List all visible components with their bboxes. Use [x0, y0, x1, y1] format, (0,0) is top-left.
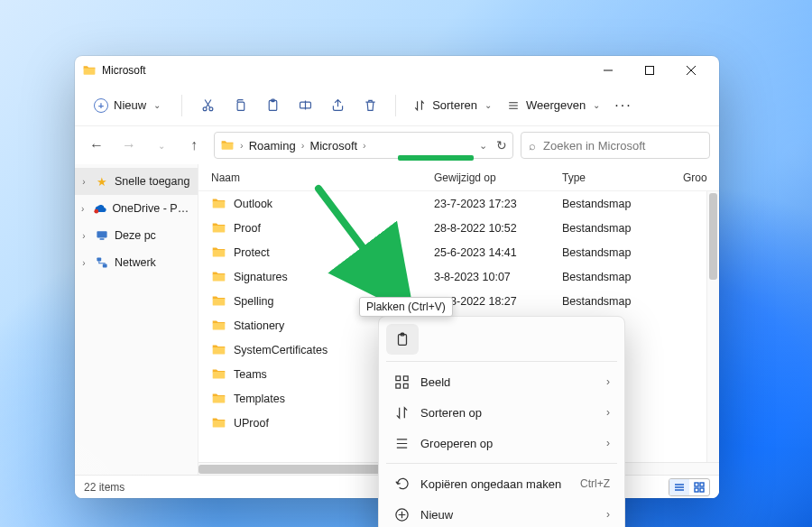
sort-button[interactable]: Sorteren ⌄ — [407, 91, 497, 120]
context-item-view[interactable]: Beeld › — [384, 366, 619, 397]
plus-circle-icon — [393, 506, 410, 522]
svg-rect-18 — [213, 299, 226, 306]
more-button[interactable]: ··· — [609, 97, 637, 114]
context-menu: Beeld › Sorteren op › Groeperen op › Kop… — [378, 316, 625, 527]
minimize-button[interactable] — [587, 56, 629, 85]
crumb-microsoft[interactable]: Microsoft — [309, 139, 357, 153]
sort-icon — [393, 404, 410, 421]
chevron-right-icon: › — [240, 140, 244, 151]
table-row[interactable]: Protect25-6-2023 14:41Bestandsmap — [198, 240, 719, 264]
pc-icon — [95, 228, 109, 243]
folder-icon — [211, 366, 226, 382]
view-toggle — [669, 478, 710, 496]
file-type: Bestandsmap — [562, 271, 683, 283]
sidebar-item-this-pc[interactable]: › Deze pc — [75, 222, 198, 249]
col-name[interactable]: Naam — [211, 171, 434, 184]
icons-view-button[interactable] — [689, 479, 709, 495]
back-button[interactable]: ← — [84, 133, 109, 158]
column-headers[interactable]: Naam Gewijzigd op Type Groo — [198, 164, 719, 191]
context-item-new[interactable]: Nieuw › — [384, 499, 619, 527]
context-paste-button[interactable] — [386, 324, 419, 355]
svg-rect-33 — [403, 384, 408, 388]
address-bar[interactable]: › Roaming › Microsoft › ⌄ ↻ — [214, 132, 513, 159]
view-label: Weergeven — [526, 98, 586, 112]
file-name: Protect — [234, 246, 270, 259]
divider — [395, 95, 396, 116]
copy-button[interactable] — [226, 91, 254, 120]
svg-rect-25 — [700, 483, 704, 486]
network-icon — [95, 255, 109, 270]
chevron-right-icon: › — [606, 437, 610, 449]
sidebar-item-quick-access[interactable]: › ★ Snelle toegang — [75, 168, 198, 195]
recent-chev[interactable]: ⌄ — [149, 133, 174, 158]
file-name: UProof — [234, 417, 269, 430]
file-name: Proof — [234, 222, 261, 235]
delete-button[interactable] — [355, 91, 384, 120]
vertical-scrollbar[interactable] — [706, 191, 719, 462]
file-date: 23-7-2023 17:23 — [434, 198, 562, 210]
context-item-sort[interactable]: Sorteren op › — [384, 397, 619, 428]
rename-button[interactable] — [291, 91, 319, 120]
svg-rect-4 — [237, 102, 245, 110]
scroll-thumb[interactable] — [709, 193, 717, 280]
svg-rect-32 — [395, 384, 400, 388]
file-name: Spelling — [234, 295, 273, 308]
col-type[interactable]: Type — [562, 171, 683, 184]
group-icon — [393, 435, 410, 451]
search-input[interactable]: ⌕ Zoeken in Microsoft — [521, 132, 710, 159]
svg-rect-13 — [103, 264, 107, 268]
col-size[interactable]: Groo — [683, 171, 719, 184]
toolbar: + Nieuw ⌄ Sorteren ⌄ Weergeven ⌄ ··· — [75, 85, 719, 126]
crumb-roaming[interactable]: Roaming — [249, 139, 296, 153]
details-view-button[interactable] — [669, 479, 689, 495]
divider — [386, 463, 617, 464]
svg-rect-22 — [213, 396, 226, 403]
chevron-right-icon: › — [78, 231, 89, 241]
close-button[interactable] — [670, 56, 712, 85]
sidebar-item-label: Deze pc — [115, 229, 156, 242]
file-type: Bestandsmap — [562, 222, 683, 235]
cut-button[interactable] — [193, 91, 222, 120]
table-row[interactable]: Outlook23-7-2023 17:23Bestandsmap — [198, 191, 719, 216]
context-item-label: Kopiëren ongedaan maken — [420, 477, 561, 491]
context-item-group[interactable]: Groeperen op › — [384, 428, 619, 458]
file-type: Bestandsmap — [562, 198, 683, 210]
view-button[interactable]: Weergeven ⌄ — [501, 91, 605, 120]
svg-rect-20 — [213, 347, 226, 355]
refresh-button[interactable]: ↻ — [496, 138, 507, 153]
up-button[interactable]: ↑ — [181, 133, 207, 158]
chevron-down-icon: ⌄ — [484, 100, 492, 110]
divider — [386, 361, 617, 362]
table-row[interactable]: Signatures3-8-2023 10:07Bestandsmap — [198, 264, 719, 289]
new-button[interactable]: + Nieuw ⌄ — [84, 91, 171, 120]
sidebar-item-onedrive[interactable]: › OneDrive - Personal — [75, 195, 198, 222]
folder-icon — [220, 138, 235, 153]
sort-icon — [412, 98, 427, 113]
svg-rect-19 — [213, 323, 226, 330]
col-date[interactable]: Gewijzigd op — [434, 171, 562, 184]
sidebar-item-network[interactable]: › Netwerk — [75, 249, 198, 276]
sort-label: Sorteren — [432, 98, 477, 112]
window-title: Microsoft — [102, 64, 146, 77]
forward-button[interactable]: → — [116, 133, 142, 158]
svg-rect-8 — [222, 143, 234, 150]
context-item-undo[interactable]: Kopiëren ongedaan maken Ctrl+Z — [384, 468, 619, 499]
share-button[interactable] — [323, 91, 352, 120]
folder-icon — [211, 196, 226, 211]
search-icon: ⌕ — [529, 139, 536, 153]
chevron-down-icon: ⌄ — [593, 100, 600, 110]
svg-rect-24 — [695, 483, 698, 486]
context-toolbar — [384, 322, 619, 356]
table-row[interactable]: Spelling27-8-2022 18:27Bestandsmap — [198, 289, 719, 313]
table-row[interactable]: Proof28-8-2022 10:52Bestandsmap — [198, 216, 719, 240]
divider — [181, 95, 182, 116]
folder-icon — [211, 269, 226, 284]
svg-rect-31 — [403, 375, 408, 380]
svg-point-3 — [209, 107, 213, 111]
history-chev[interactable]: ⌄ — [479, 140, 487, 152]
maximize-button[interactable] — [629, 56, 670, 85]
file-type: Bestandsmap — [562, 295, 683, 308]
svg-point-9 — [95, 209, 99, 214]
new-label: Nieuw — [114, 98, 146, 112]
paste-button[interactable] — [258, 91, 287, 120]
